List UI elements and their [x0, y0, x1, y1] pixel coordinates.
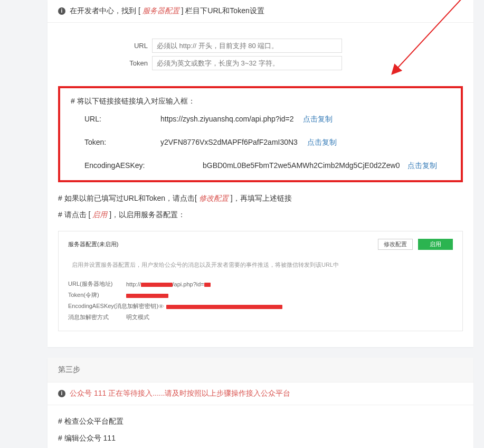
config-aes-row: EncodingAESKey: bGBD0mL0Be5FbmT2we5AMWh2…	[71, 161, 450, 171]
embed-header: 服务器配置(未启用) 修改配置 启用	[68, 239, 453, 250]
waiting-alert: i 公众号 111 正在等待接入......请及时按照以上步骤操作接入公众平台	[48, 382, 473, 405]
step3-header: 第三步	[48, 358, 473, 382]
config-url-value: https://zysh.ziyuanshq.com/api.php?id=2 …	[160, 115, 450, 124]
copy-url-link[interactable]: 点击复制	[303, 115, 333, 123]
embed-token-row: Token(令牌)	[68, 291, 453, 299]
embed-url-row: URL(服务器地址) http:///api.php?id=	[68, 280, 453, 288]
embed-aes-row: EncodingAESKey(消息加解密密钥) 👁	[68, 302, 453, 310]
info-icon: i	[58, 390, 65, 397]
url-label: URL	[111, 42, 148, 50]
config-aes-value: bGBD0mL0Be5FbmT2we5AMWh2Cimb2Mdg5CjE0d2Z…	[160, 161, 450, 171]
embed-aes-label: EncodingAESKey(消息加解密密钥)	[68, 302, 158, 310]
config-url-label: URL:	[71, 115, 160, 123]
embed-title: 服务器配置(未启用)	[68, 240, 118, 248]
embed-token-value	[126, 292, 168, 298]
view-icon: 👁	[158, 303, 164, 310]
config-token-value: y2VFN8776VxS2dMAPFf6PafF2amI30N3 点击复制	[160, 138, 450, 147]
embed-mode-value: 明文模式	[126, 313, 149, 321]
embed-mode-row: 消息加解密方式 明文模式	[68, 313, 453, 321]
instruction-text: 在开发者中心，找到 [ 服务器配置 ] 栏目下URL和Token设置	[70, 6, 264, 16]
embed-enable-button[interactable]: 启用	[418, 239, 453, 250]
token-label: Token	[111, 59, 148, 67]
embed-desc: 启用并设置服务器配置后，用户发给公众号的消息以及开发者需要的事件推送，将被微信转…	[68, 257, 453, 277]
info-icon: i	[58, 7, 65, 15]
embed-url-label: URL(服务器地址)	[68, 280, 126, 288]
instruction-alert: i 在开发者中心，找到 [ 服务器配置 ] 栏目下URL和Token设置	[48, 0, 473, 23]
embed-url-value: http:///api.php?id=	[126, 281, 211, 287]
copy-token-link[interactable]: 点击复制	[307, 138, 337, 146]
redbox-title: # 将以下链接接链接填入对应输入框：	[71, 97, 450, 106]
token-input[interactable]	[152, 56, 342, 70]
copy-aes-link[interactable]: 点击复制	[407, 161, 437, 171]
step2-card: i 在开发者中心，找到 [ 服务器配置 ] 栏目下URL和Token设置 URL…	[48, 0, 473, 347]
config-values-box: # 将以下链接接链接填入对应输入框： URL: https://zysh.ziy…	[58, 86, 463, 182]
form-section: URL Token	[48, 23, 473, 79]
url-row: URL	[111, 39, 463, 53]
hash-notes: # 检查公众平台配置 # 编辑公众号 111	[48, 405, 473, 448]
embed-mode-label: 消息加解密方式	[68, 313, 126, 321]
note-section: # 如果以前已填写过URL和Token，请点击[ 修改配置 ]，再填写上述链接 …	[48, 192, 473, 221]
waiting-text: 公众号 111 正在等待接入......请及时按照以上步骤操作接入公众平台	[70, 389, 290, 398]
token-row: Token	[111, 56, 463, 70]
step3-card: 第三步 i 公众号 111 正在等待接入......请及时按照以上步骤操作接入公…	[48, 358, 473, 448]
wechat-embed-panel: 服务器配置(未启用) 修改配置 启用 启用并设置服务器配置后，用户发给公众号的消…	[58, 231, 463, 331]
embed-token-label: Token(令牌)	[68, 291, 126, 299]
note-modify: # 如果以前已填写过URL和Token，请点击[ 修改配置 ]，再填写上述链接	[58, 192, 463, 205]
note-enable: # 请点击 [ 启用 ]，以启用服务器配置：	[58, 208, 463, 221]
config-token-row: Token: y2VFN8776VxS2dMAPFf6PafF2amI30N3 …	[71, 138, 450, 147]
embed-aes-value	[166, 303, 282, 310]
config-token-label: Token:	[71, 138, 160, 146]
url-input[interactable]	[152, 39, 342, 53]
config-aes-label: EncodingAESKey:	[71, 161, 160, 170]
embed-modify-button[interactable]: 修改配置	[378, 239, 413, 250]
config-url-row: URL: https://zysh.ziyuanshq.com/api.php?…	[71, 115, 450, 124]
hash-edit: # 编辑公众号 111	[58, 432, 463, 445]
hash-check: # 检查公众平台配置	[58, 415, 463, 428]
